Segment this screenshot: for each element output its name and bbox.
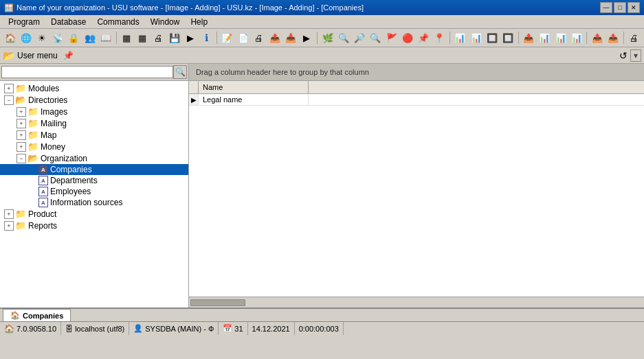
user-menu-close[interactable]: ▾ (630, 49, 641, 62)
folder-icon-organization: 📂 (27, 153, 38, 163)
tb-zoom[interactable]: 🔎 (352, 30, 366, 45)
tree-label-product: Product (28, 209, 56, 219)
menu-help[interactable]: Help (185, 16, 213, 28)
tree-item-images[interactable]: +📁Images (0, 106, 188, 117)
tree-item-information-sources[interactable]: AInformation sources (0, 197, 188, 208)
status-db: 🗄 localhost (utf8) (61, 322, 129, 335)
status-db-text: localhost (utf8) (75, 325, 124, 333)
status-calendar-value: 31 (234, 325, 243, 333)
tb-users[interactable]: 👥 (82, 30, 97, 45)
folder-icon-images: 📁 (27, 106, 38, 117)
tb-pin1[interactable]: 📌 (416, 30, 430, 45)
status-calendar-icon: 📅 (223, 324, 232, 333)
menu-database[interactable]: Database (45, 16, 91, 28)
user-menu-pin[interactable]: 📌 (63, 51, 74, 60)
tb-chart1[interactable]: 📊 (453, 30, 467, 45)
tb-sun[interactable]: ☀ (34, 30, 49, 45)
drag-header: Drag a column header here to group by th… (189, 64, 644, 81)
table-row[interactable]: ▶Legal name (189, 94, 644, 106)
tb-grid2[interactable]: ▦ (135, 30, 150, 45)
tb-print3[interactable]: 🖨 (627, 30, 641, 45)
tree-item-money[interactable]: +📁Money (0, 141, 188, 152)
tree-item-product[interactable]: +📁Product (0, 208, 188, 220)
tb-grid1[interactable]: ▦ (119, 30, 133, 45)
tb-play[interactable]: ▶ (183, 30, 197, 45)
tb-chart2[interactable]: 📊 (469, 30, 483, 45)
tb-rss[interactable]: 📡 (51, 30, 65, 45)
tb-save[interactable]: 💾 (167, 30, 181, 45)
tb-print[interactable]: 🖨 (151, 30, 166, 45)
tree-label-mailing: Mailing (41, 119, 67, 128)
tb-info[interactable]: ℹ (199, 30, 214, 45)
tb-chart3[interactable]: 📊 (537, 30, 552, 45)
menu-commands[interactable]: Commands (91, 16, 144, 28)
tb-chart5[interactable]: 📊 (569, 30, 584, 45)
tb-filter2[interactable]: 🔍 (336, 30, 351, 45)
tb-square2[interactable]: 🔲 (500, 30, 515, 45)
maximize-button[interactable]: □ (614, 2, 626, 13)
tree-item-directories[interactable]: −📂Directories (0, 94, 188, 106)
tree-item-modules[interactable]: +📁Modules (0, 82, 188, 94)
menu-bar: Program Database Commands Window Help (0, 15, 644, 29)
expander-map[interactable]: + (16, 130, 26, 140)
minimize-button[interactable]: — (600, 2, 612, 13)
folder-icon-mailing: 📁 (27, 118, 38, 128)
tb-lock[interactable]: 🔒 (67, 30, 81, 45)
tb-filter3[interactable]: 🔍 (368, 30, 383, 45)
status-date-text: 14.12.2021 (252, 325, 290, 333)
tb-square1[interactable]: 🔲 (485, 30, 499, 45)
folder-icon-product: 📁 (15, 209, 26, 219)
tb-print2[interactable]: 🖨 (252, 30, 266, 45)
expander-product[interactable]: + (4, 209, 14, 219)
tb-export[interactable]: 📤 (267, 30, 282, 45)
sep4 (449, 32, 450, 44)
expander-reports[interactable]: + (4, 221, 14, 231)
doc-icon-companies: A (38, 165, 48, 174)
tb-filter1[interactable]: 🌿 (320, 30, 335, 45)
tb-copy[interactable]: 📄 (236, 30, 250, 45)
tb-globe[interactable]: 🌐 (19, 30, 33, 45)
grid-hscroll[interactable] (189, 297, 644, 308)
tb-export2[interactable]: 📤 (522, 30, 536, 45)
tb-chart4[interactable]: 📊 (553, 30, 568, 45)
folder-icon-money: 📁 (27, 141, 38, 152)
tree-item-companies[interactable]: ACompanies (0, 164, 188, 175)
expander-mailing[interactable]: + (16, 119, 26, 128)
tree-item-reports[interactable]: +📁Reports (0, 220, 188, 231)
sidebar-search-button[interactable]: 🔍 (173, 65, 187, 79)
menu-window[interactable]: Window (145, 16, 186, 28)
tb-home[interactable]: 🏠 (3, 30, 17, 45)
tree-item-map[interactable]: +📁Map (0, 129, 188, 141)
sidebar-search-input[interactable] (1, 66, 173, 78)
expander-modules[interactable]: + (4, 84, 14, 93)
tree-label-modules: Modules (28, 84, 59, 93)
tree-item-departments[interactable]: ADepartments (0, 175, 188, 186)
tb-flag1[interactable]: 🚩 (384, 30, 399, 45)
tree-item-employees[interactable]: AEmployees (0, 186, 188, 197)
tab-companies[interactable]: 🏠 Companies (3, 309, 71, 321)
expander-organization[interactable]: − (16, 154, 26, 163)
tb-import[interactable]: 📥 (284, 30, 298, 45)
expander-directories[interactable]: − (4, 95, 14, 105)
folder-icon-modules: 📁 (15, 83, 26, 93)
menu-program[interactable]: Program (3, 16, 45, 28)
expander-images[interactable]: + (16, 107, 26, 117)
tb-book[interactable]: 📖 (98, 30, 113, 45)
close-button[interactable]: ✕ (628, 2, 640, 13)
col-header-name[interactable]: Name (199, 81, 309, 93)
tree-item-organization[interactable]: −📂Organization (0, 152, 188, 164)
tb-export4[interactable]: 📤 (606, 30, 621, 45)
tb-run[interactable]: ▶ (300, 30, 314, 45)
tree-item-mailing[interactable]: +📁Mailing (0, 117, 188, 129)
tb-pin2[interactable]: 📍 (432, 30, 447, 45)
expander-money[interactable]: + (16, 142, 26, 152)
user-menu-refresh[interactable]: ↺ (619, 50, 628, 61)
hscroll-thumb[interactable] (190, 299, 245, 306)
tb-export3[interactable]: 📤 (590, 30, 604, 45)
tb-flag2[interactable]: 🔴 (400, 30, 414, 45)
title-bar: 🪟 Name of your organization - USU softwa… (0, 0, 644, 15)
status-user-text: SYSDBA (MAIN) - Ф (145, 325, 214, 333)
user-menu-left: 📂 User menu 📌 (3, 50, 74, 61)
grid-cell-0[interactable]: Legal name (199, 94, 309, 105)
tb-new[interactable]: 📝 (220, 30, 234, 45)
